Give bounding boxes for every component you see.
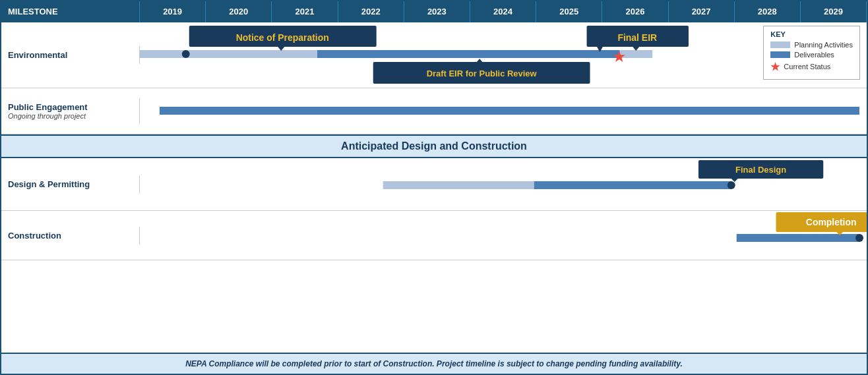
draft-eir-label: Draft EIR for Public Review	[427, 69, 538, 78]
construction-row: Construction Completion	[1, 211, 867, 260]
final-eir-label: Final EIR	[617, 32, 657, 42]
construction-gantt: Completion	[140, 211, 867, 260]
legend-box: KEY Planning Activities Deliverables ★ C…	[763, 26, 860, 80]
header-row: MILESTONE 2019 2020 2021 2022 2023 2024 …	[1, 1, 867, 22]
design-dot	[728, 181, 735, 189]
environmental-content: KEY Planning Activities Deliverables ★ C…	[140, 22, 867, 88]
environmental-gantt: ★ Notice of Preparation Final EIR Draf	[140, 22, 867, 88]
construction-label: Construction	[1, 227, 140, 245]
construction-content: Completion	[140, 211, 867, 260]
completion-label: Completion	[806, 216, 857, 227]
year-2021: 2021	[272, 1, 338, 22]
notice-label: Notice of Preparation	[236, 32, 329, 42]
year-2024: 2024	[470, 1, 536, 22]
legend-deliverable: Deliverables	[770, 51, 853, 59]
planning-label: Planning Activities	[794, 41, 853, 49]
deliverable-bar-icon	[770, 51, 790, 58]
milestone-header: MILESTONE	[1, 1, 140, 22]
chart-container: MILESTONE 2019 2020 2021 2022 2023 2024 …	[0, 0, 868, 375]
deliverable-label: Deliverables	[794, 51, 834, 59]
final-design-label: Final Design	[735, 165, 786, 175]
environmental-row: Environmental KEY Planning Activities De…	[1, 22, 867, 88]
design-content: Final Design	[140, 158, 867, 211]
engagement-row: Public Engagement Ongoing through projec…	[1, 88, 867, 134]
env-current-star: ★	[612, 47, 627, 65]
year-2020: 2020	[206, 1, 272, 22]
year-2029: 2029	[801, 1, 867, 22]
design-label: Design & Permitting	[1, 175, 140, 193]
engagement-gantt	[140, 88, 867, 134]
design-row: Design & Permitting Final Design	[1, 158, 867, 211]
year-2022: 2022	[338, 1, 404, 22]
section-title: Anticipated Design and Construction	[341, 140, 527, 152]
engagement-content	[140, 88, 867, 134]
construction-bar	[737, 234, 860, 242]
legend-title: KEY	[770, 30, 853, 38]
design-deliverable-bar	[534, 181, 731, 189]
construction-end-dot	[855, 234, 863, 242]
env-deliverable-bar	[317, 50, 619, 58]
footer: NEPA Compliance will be completed prior …	[1, 353, 867, 374]
environmental-label: Environmental	[1, 46, 140, 64]
year-2026: 2026	[602, 1, 668, 22]
footer-text: NEPA Compliance will be completed prior …	[185, 359, 683, 368]
section-divider: Anticipated Design and Construction	[1, 134, 867, 158]
legend-status: ★ Current Status	[770, 61, 853, 73]
engagement-label: Public Engagement Ongoing through projec…	[1, 98, 140, 124]
legend-planning: Planning Activities	[770, 41, 853, 49]
year-2028: 2028	[735, 1, 801, 22]
year-2019: 2019	[140, 1, 206, 22]
planning-bar-icon	[770, 42, 790, 48]
year-2025: 2025	[536, 1, 602, 22]
design-gantt: Final Design	[140, 158, 867, 211]
year-2023: 2023	[404, 1, 470, 22]
env-start-dot	[182, 50, 190, 58]
current-status-label: Current Status	[784, 63, 830, 71]
year-2027: 2027	[669, 1, 735, 22]
engagement-bar	[160, 107, 859, 115]
star-icon: ★	[770, 61, 780, 73]
draft-eir-pointer	[476, 59, 483, 63]
